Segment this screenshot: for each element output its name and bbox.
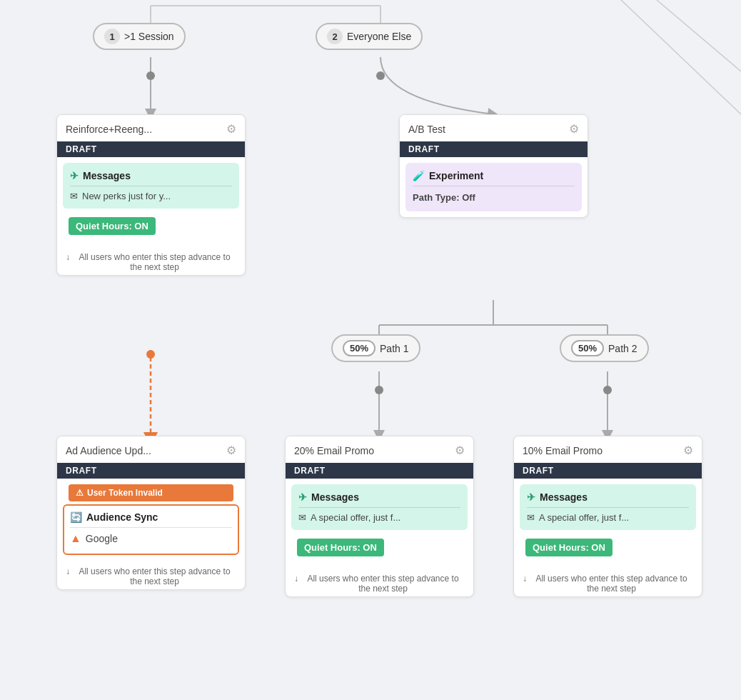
email20-header: 20% Email Promo ⚙ [286,436,473,463]
messages-icon: ✈ [70,170,79,181]
reinforce-gear-icon[interactable]: ⚙ [226,122,236,136]
email10-header: 10% Email Promo ⚙ [514,436,702,463]
branch-2-pill: 2 Everyone Else [316,23,423,50]
email20-block-title: ✈ Messages [298,491,460,503]
email10-gear-icon[interactable]: ⚙ [683,444,693,457]
ad-audience-gear-icon[interactable]: ⚙ [226,444,236,457]
reinforce-message-row: ✉ New perks just for y... [70,191,232,201]
path-2-label: Path 2 [608,343,637,354]
abtest-header: A/B Test ⚙ [400,115,588,141]
advance-icon-3: ↓ [294,574,298,584]
email20-advance-text: ↓ All users who enter this step advance … [286,568,473,596]
connector-dot-orange [146,350,155,359]
ad-audience-content: ⚠ User Token Invalid 🔄 Audience Sync ▲ G… [63,484,239,555]
connector-dot-2 [376,71,385,80]
experiment-icon: 🧪 [413,170,425,181]
connector-dot-path2 [603,386,612,394]
abtest-path-type: Path Type: Off [413,191,575,204]
branch-2-label: Everyone Else [347,31,411,42]
email10-draft-bar: DRAFT [514,463,702,479]
path-2-pill: 50% Path 2 [560,334,649,362]
email20-message-row: ✉ A special offer, just f... [298,512,460,523]
email10-title: 10% Email Promo [523,445,603,456]
connector-dot-1 [146,71,155,80]
abtest-block-title: 🧪 Experiment [413,170,575,181]
email20-quiet-hours: Quiet Hours: ON [297,539,384,556]
email10-messages-block: ✈ Messages ✉ A special offer, just f... [520,484,696,530]
messages-icon-3: ✈ [527,491,535,503]
email-icon-3: ✉ [527,512,535,523]
abtest-gear-icon[interactable]: ⚙ [569,122,579,136]
reinforce-draft-bar: DRAFT [57,141,245,157]
branch-1-pill: 1 >1 Session [93,23,186,50]
svg-line-15 [657,0,741,71]
branch-1-number: 1 [104,29,120,44]
reinforce-messages-block: ✈ Messages ✉ New perks just for y... [63,163,239,209]
connector-dot-path1 [375,386,383,394]
branch-2-number: 2 [327,29,343,44]
google-icon: ▲ [70,532,81,545]
ad-audience-title: Ad Audience Upd... [66,445,151,456]
email-icon: ✉ [70,191,78,201]
path-1-pct: 50% [343,340,375,356]
reinforce-block-title: ✈ Messages [70,170,232,181]
reinforce-card: Reinforce+Reeng... ⚙ DRAFT ✈ Messages ✉ … [56,114,246,276]
email10-message-row: ✉ A special offer, just f... [527,512,689,523]
email10-card: 10% Email Promo ⚙ DRAFT ✈ Messages ✉ A s… [513,436,702,597]
advance-icon: ↓ [66,252,70,262]
email20-messages-block: ✈ Messages ✉ A special offer, just f... [291,484,468,530]
abtest-experiment-block: 🧪 Experiment Path Type: Off [405,163,582,211]
error-badge: ⚠ User Token Invalid [69,484,233,501]
ad-audience-card: Ad Audience Upd... ⚙ DRAFT ⚠ User Token … [56,436,246,590]
reinforce-header: Reinforce+Reeng... ⚙ [57,115,245,141]
email20-title: 20% Email Promo [294,445,374,456]
audience-sync-wrapper: 🔄 Audience Sync ▲ Google [63,504,239,555]
audience-sync-icon: 🔄 [70,511,82,523]
abtest-title: A/B Test [408,124,445,135]
reinforce-title: Reinforce+Reeng... [66,124,152,135]
audience-sync-title: 🔄 Audience Sync [70,511,232,523]
ad-audience-advance-text: ↓ All users who enter this step advance … [57,561,245,589]
abtest-draft-bar: DRAFT [400,141,588,157]
path-1-pill: 50% Path 1 [331,334,420,362]
path-1-label: Path 1 [380,343,408,354]
email-icon-2: ✉ [298,512,306,523]
abtest-card: A/B Test ⚙ DRAFT 🧪 Experiment Path Type:… [399,114,588,218]
ad-audience-header: Ad Audience Upd... ⚙ [57,436,245,463]
messages-icon-2: ✈ [298,491,307,503]
reinforce-quiet-hours: Quiet Hours: ON [69,217,156,235]
path-2-pct: 50% [571,340,604,356]
advance-icon-2: ↓ [66,566,70,576]
reinforce-advance-text: ↓ All users who enter this step advance … [57,246,245,275]
email10-advance-text: ↓ All users who enter this step advance … [514,568,702,596]
email20-card: 20% Email Promo ⚙ DRAFT ✈ Messages ✉ A s… [285,436,474,597]
email20-gear-icon[interactable]: ⚙ [455,444,465,457]
email10-quiet-hours: Quiet Hours: ON [525,539,613,556]
google-row: ▲ Google [70,532,232,548]
svg-line-14 [621,0,741,114]
email20-draft-bar: DRAFT [286,463,473,479]
ad-audience-draft-bar: DRAFT [57,463,245,479]
branch-1-label: >1 Session [124,31,174,42]
advance-icon-4: ↓ [523,574,527,584]
warning-icon: ⚠ [76,488,84,498]
email10-block-title: ✈ Messages [527,491,689,503]
